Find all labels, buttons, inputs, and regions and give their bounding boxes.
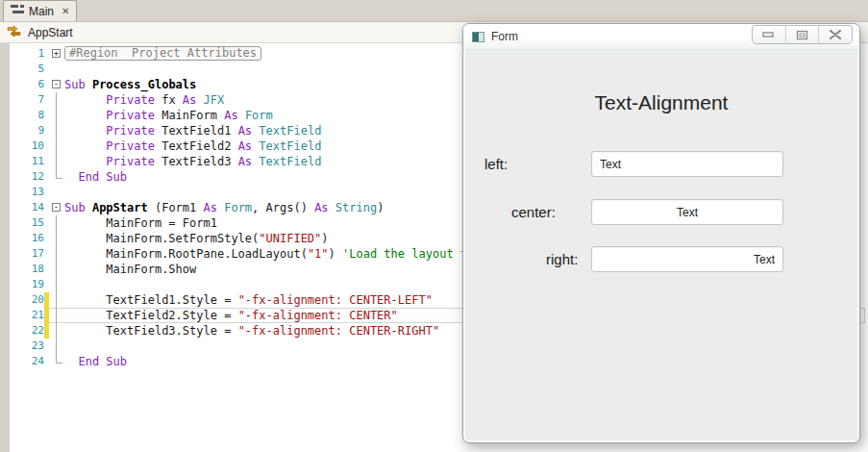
close-icon	[830, 30, 841, 39]
fold-column	[49, 339, 64, 354]
fold-guide-line	[56, 292, 64, 308]
fold-column	[49, 215, 64, 231]
line-number: 22	[0, 323, 44, 339]
fold-guide-line	[56, 246, 64, 262]
fold-column	[49, 169, 64, 185]
current-sub-label[interactable]: AppStart	[28, 26, 73, 39]
fold-column	[49, 231, 64, 246]
line-number: 7	[0, 92, 44, 108]
fold-guide-line	[56, 323, 64, 339]
textfield1-left-aligned[interactable]	[591, 151, 783, 177]
fold-guide-line	[56, 262, 64, 277]
line-number: 10	[0, 138, 44, 154]
minimize-button[interactable]	[753, 26, 785, 43]
fold-column	[49, 262, 64, 277]
code-text: MainForm = Form1	[64, 215, 217, 231]
fold-collapse-icon[interactable]: -	[52, 203, 61, 212]
line-number: 12	[0, 169, 44, 185]
fold-column	[49, 277, 64, 292]
line-number: 6	[0, 77, 44, 92]
fold-column	[49, 246, 64, 262]
line-number: 9	[0, 123, 44, 138]
fold-column	[49, 123, 64, 138]
fold-guide-line	[56, 308, 64, 323]
fold-guide-line	[56, 92, 64, 108]
fold-column	[49, 323, 64, 339]
fold-guide-line	[56, 154, 64, 169]
fold-column	[49, 354, 64, 369]
code-text: TextField1.Style = "-fx-alignment: CENTE…	[64, 292, 433, 308]
line-number: 8	[0, 108, 44, 123]
code-text: Private TextField3 As TextField	[64, 154, 321, 169]
sub-icon	[7, 24, 21, 41]
fold-column	[49, 92, 64, 108]
line-number: 17	[0, 246, 44, 262]
fold-column[interactable]: -	[49, 77, 64, 92]
form-window: Form Text-Alignment left: center: right:	[462, 23, 860, 443]
line-number: 16	[0, 231, 44, 246]
fold-column	[49, 308, 64, 323]
code-text: MainForm.RootPane.LoadLayout("1") 'Load …	[64, 246, 495, 262]
line-number: 11	[0, 154, 44, 169]
maximize-icon	[796, 30, 808, 40]
line-number: 15	[0, 215, 44, 231]
code-text: End Sub	[64, 354, 127, 369]
form-app-icon	[472, 32, 484, 42]
code-text: Private TextField1 As TextField	[64, 123, 321, 138]
tab-main[interactable]: Main ✕	[3, 0, 77, 21]
fold-end-corner	[56, 169, 62, 179]
tab-close-icon[interactable]: ✕	[62, 6, 69, 16]
fold-column	[49, 138, 64, 154]
line-number: 21	[0, 308, 44, 323]
label-center: center:	[511, 199, 556, 225]
form-heading: Text-Alignment	[463, 91, 859, 114]
label-left: left:	[484, 151, 508, 177]
line-number: 5	[0, 62, 44, 77]
fold-collapse-icon[interactable]: -	[52, 80, 61, 88]
fold-column[interactable]: -	[49, 200, 64, 215]
fold-column	[49, 154, 64, 169]
line-number: 13	[0, 185, 44, 200]
textfield2-center-aligned[interactable]	[591, 199, 783, 225]
fold-guide-line	[56, 339, 64, 354]
module-icon	[11, 4, 24, 18]
fold-guide-line	[56, 123, 64, 138]
fold-guide-line	[56, 138, 64, 154]
fold-column[interactable]: +	[49, 46, 64, 62]
fold-guide-line	[56, 277, 64, 292]
line-number: 1	[0, 46, 44, 62]
fold-column	[49, 185, 64, 200]
fold-column	[49, 62, 64, 77]
tab-label: Main	[29, 5, 54, 18]
code-text: Private MainForm As Form	[64, 108, 273, 123]
close-button[interactable]	[818, 26, 852, 43]
code-text: Private fx As JFX	[64, 92, 224, 108]
line-number: 20	[0, 292, 44, 308]
code-text: TextField2.Style = "-fx-alignment: CENTE…	[64, 308, 398, 323]
fold-expand-icon[interactable]: +	[52, 49, 61, 58]
minimize-icon	[762, 30, 775, 39]
label-right: right:	[546, 246, 578, 272]
code-text: Sub Process_Globals	[64, 77, 196, 92]
tab-bar: Main ✕	[0, 0, 868, 22]
code-text: Private TextField2 As TextField	[64, 138, 321, 154]
form-title: Form	[491, 30, 518, 43]
window-controls	[752, 25, 853, 44]
textfield3-right-aligned[interactable]	[591, 246, 783, 272]
fold-column	[49, 292, 64, 308]
collapsed-region-box[interactable]: #Region Project Attributes	[64, 46, 261, 61]
fold-guide-line	[56, 231, 64, 246]
line-number: 14	[0, 200, 44, 215]
fold-guide-line	[56, 108, 64, 123]
code-text: End Sub	[64, 169, 127, 185]
fold-end-corner	[56, 354, 62, 364]
fold-column	[49, 108, 64, 123]
line-number: 18	[0, 262, 44, 277]
code-text: MainForm.Show	[64, 262, 196, 277]
fold-guide-line	[56, 215, 64, 231]
code-text: #Region Project Attributes	[64, 46, 261, 62]
maximize-button[interactable]	[785, 26, 819, 43]
ide-window: Main ✕ AppStart 1+#Region Project Attrib…	[0, 0, 868, 452]
code-text: Sub AppStart (Form1 As Form, Args() As S…	[64, 200, 384, 215]
code-text: TextField3.Style = "-fx-alignment: CENTE…	[64, 323, 439, 339]
